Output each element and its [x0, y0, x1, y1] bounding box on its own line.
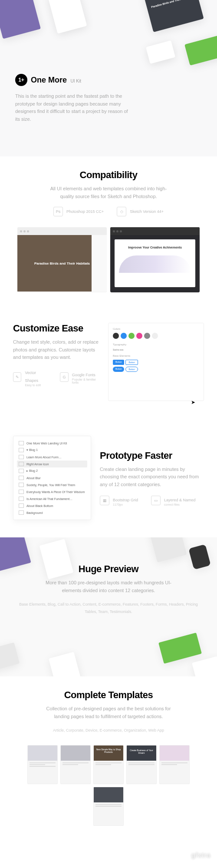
template-body: [94, 761, 123, 768]
preview-categories: Base Elements, Blog, Call to Action, Con…: [17, 601, 200, 615]
feature-vector: ✎ Vector Shapes Easy to edit: [13, 368, 47, 387]
style-guide-panel: Colors Typography Sasha was Base Element…: [108, 323, 204, 401]
template-hero: [94, 787, 123, 802]
mockup-card-white: [48, 0, 87, 34]
layer-label: About Blur: [26, 477, 41, 480]
color-palette: [113, 333, 199, 339]
feature-sublabel: Easy to edit: [25, 384, 47, 387]
layer-label: Learn More About Form…: [26, 456, 62, 459]
canvas-text: Paradise Birds and Their Habitats: [21, 262, 103, 265]
mockup-card-green: [184, 34, 217, 66]
mockup-card: [0, 643, 20, 671]
layer-item: Right Arrow Icon: [17, 461, 87, 467]
layer-icon: [19, 448, 24, 452]
template-body: [61, 761, 90, 768]
hero-description: This is the starting point and the faste…: [15, 93, 128, 123]
sketch-icon: ◇: [117, 207, 126, 216]
feature-fonts: G Google Fonts Popular & familiar fonts: [60, 368, 99, 387]
layer-icon: [19, 490, 24, 494]
photoshop-icon: Ps: [53, 207, 63, 216]
template-thumbnail: New Simple Way to Shop Products: [93, 745, 124, 784]
compatibility-section: Compatibility All UI elements and web te…: [0, 156, 217, 305]
layers-icon: ▭: [151, 496, 161, 505]
layer-icon: [19, 462, 24, 466]
compatibility-heading: Compatibility: [17, 169, 200, 181]
layer-icon: [19, 504, 24, 508]
layer-icon: [19, 469, 24, 473]
inspector-panel: [92, 235, 107, 292]
layer-item: ▾ Blog 1: [17, 447, 87, 454]
template-body: [127, 761, 156, 768]
compatibility-features: Ps Photoshop 2015 CC+ ◇ Sketch Version 4…: [17, 207, 200, 216]
traffic-light-icon: [116, 230, 118, 232]
color-swatch: [121, 333, 127, 339]
preview-heading: Huge Preview: [17, 563, 200, 575]
layers-panel: One More Web Landing UI Kit ▾ Blog 1 Lea…: [13, 436, 91, 520]
canvas-area: Paradise Birds and Their Habitats: [17, 235, 107, 292]
customize-features: ✎ Vector Shapes Easy to edit G Google Fo…: [13, 368, 99, 387]
customize-section: Customize Ease Change text style, colors…: [0, 305, 217, 418]
prototype-text-column: Prototype Faster Create clean landing pa…: [100, 450, 204, 506]
window-titlebar: [17, 227, 107, 235]
template-hero: Create Business of Your Dream: [127, 745, 156, 761]
mockup-card: [158, 633, 202, 664]
templates-section: Complete Templates Collection of pre-des…: [0, 676, 217, 830]
template-thumbnail: [159, 745, 190, 784]
layer-item: One More Web Landing UI Kit: [17, 440, 87, 447]
layer-label: Everybody Wants A Piece Of Their Wisdom: [26, 490, 85, 494]
template-body: [94, 802, 123, 809]
feature-sketch: ◇ Sketch Version 44+: [117, 207, 164, 216]
compatibility-subtext: All UI elements and web templates combin…: [43, 185, 174, 200]
traffic-light-icon: [23, 230, 26, 232]
preview-text-content: Huge Preview More than 100 pre-designed …: [17, 563, 200, 615]
mockup-card-purple: [0, 0, 41, 39]
layer-item: Background: [17, 509, 87, 516]
layer-label: Background: [26, 511, 43, 514]
layer-item: About Black Bottom: [17, 502, 87, 509]
layer-icon: [19, 441, 24, 445]
layer-label: ▾ Blog 1: [26, 448, 38, 452]
canvas-text: Improove Your Creative Achivements: [119, 246, 191, 249]
layer-label: One More Web Landing UI Kit: [26, 442, 67, 445]
template-thumbnail: [93, 787, 124, 826]
typography-title: Typography: [113, 343, 199, 346]
traffic-light-icon: [113, 230, 115, 232]
template-hero: [61, 745, 90, 761]
mockup-card: [49, 652, 82, 677]
layer-item: About Blur: [17, 474, 87, 481]
feature-label: Vector Shapes: [25, 371, 38, 383]
window-titlebar: [110, 227, 200, 235]
button-samples: Button Button: [113, 367, 199, 372]
mockup-card-small: [146, 40, 175, 64]
layer-icon: [19, 455, 24, 459]
color-swatch: [152, 333, 158, 339]
feature-sublabel: 1170px: [113, 503, 138, 506]
layer-label: About Black Bottom: [26, 504, 53, 507]
wave-graphic: [119, 255, 191, 273]
vector-icon: ✎: [13, 372, 21, 382]
templates-heading: Complete Templates: [13, 689, 204, 701]
sketch-screenshot: Paradise Birds and Their Habitats: [17, 227, 107, 292]
layer-item: ▸ Blog 2: [17, 467, 87, 474]
feature-label: Photoshop 2015 CC+: [66, 209, 104, 214]
traffic-light-icon: [27, 230, 29, 232]
feature-sublabel: Popular & familiar fonts: [72, 378, 99, 384]
prototype-section: One More Web Landing UI Kit ▾ Blog 1 Lea…: [0, 418, 217, 537]
feature-grid: ▦ Bootstrap Grid 1170px: [100, 495, 138, 506]
layer-item: Society, People, You Will Feel Them: [17, 481, 87, 488]
feature-sublabel: correct files: [164, 503, 196, 506]
cursor-icon: ➤: [191, 399, 195, 405]
button-samples: Button Button: [113, 360, 199, 365]
feature-layers: ▭ Layered & Named correct files: [151, 495, 196, 506]
layer-label: Right Arrow Icon: [26, 463, 49, 466]
mockup-card-charcoal: Paradise Birds and Their Habitats: [143, 0, 204, 32]
layer-item: Learn More About Form…: [17, 454, 87, 461]
mockup-card: [192, 656, 217, 677]
feature-text: Google Fonts Popular & familiar fonts: [72, 370, 99, 384]
feature-text: Bootstrap Grid 1170px: [113, 495, 138, 506]
app-screenshots: Paradise Birds and Their Habitats Improo…: [17, 227, 200, 292]
feature-label: Bootstrap Grid: [113, 498, 138, 502]
template-thumbnail: [60, 745, 91, 784]
layer-label: ▸ Blog 2: [26, 469, 38, 473]
layer-item: Is American All That Fundament…: [17, 495, 87, 502]
